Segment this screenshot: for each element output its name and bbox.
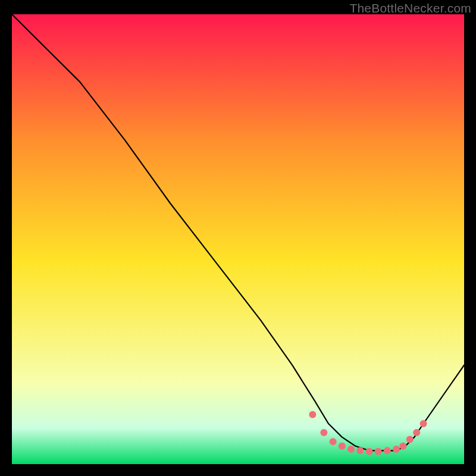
marker-dot: [365, 448, 372, 455]
marker-dot: [347, 446, 355, 453]
marker-dot: [406, 436, 414, 443]
marker-dot: [384, 447, 391, 454]
marker-dot: [393, 446, 400, 453]
marker-dot: [309, 411, 316, 418]
marker-dot: [420, 420, 427, 427]
marker-dot: [339, 443, 346, 450]
marker-dot: [320, 429, 327, 436]
marker-dot: [399, 443, 406, 450]
marker-dot: [356, 447, 364, 454]
marker-dot: [375, 448, 382, 455]
chart-svg: [12, 14, 464, 464]
marker-dot: [330, 438, 337, 445]
marker-dot: [413, 429, 420, 436]
chart-area: [12, 14, 464, 464]
watermark-text: TheBottleNecker.com: [349, 1, 471, 15]
